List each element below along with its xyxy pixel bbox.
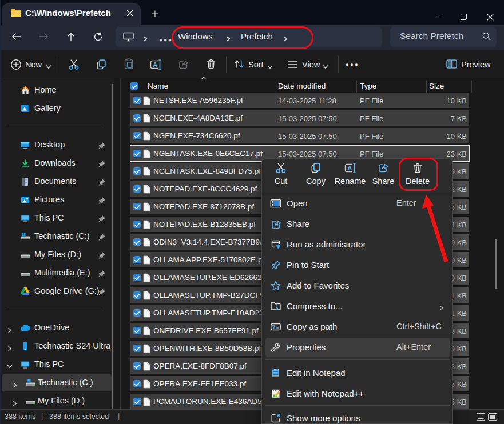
svg-text:A: A (153, 61, 157, 68)
svg-text:A: A (347, 165, 352, 171)
